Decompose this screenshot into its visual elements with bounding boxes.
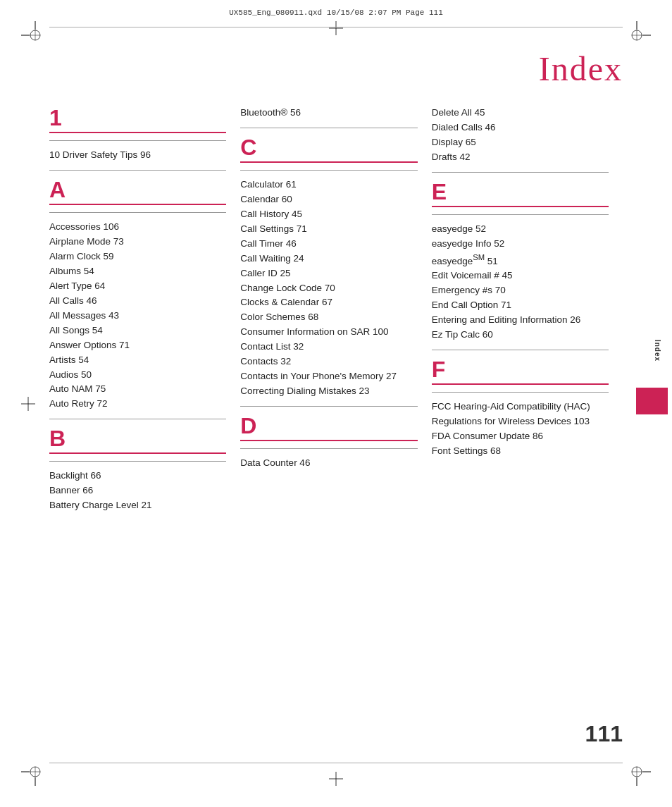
entry-clocks: Clocks & Calendar 67: [240, 295, 417, 310]
entry-fda: FDA Consumer Update 86: [432, 429, 609, 444]
entry-calendar: Calendar 60: [240, 192, 417, 207]
entry-banner: Banner 66: [49, 483, 226, 498]
entry-edit-voicemail: Edit Voicemail # 45: [432, 269, 609, 283]
section-d-continued: Delete All 45 Dialed Calls 46 Display 65…: [432, 106, 609, 165]
entry-font-settings: Font Settings 68: [432, 444, 609, 459]
entry-all-calls: All Calls 46: [49, 294, 226, 309]
section-header-f: F: [432, 357, 609, 385]
index-tab: [636, 388, 668, 414]
section-d: D Data Counter 46: [240, 414, 417, 471]
entry-call-waiting: Call Waiting 24: [240, 252, 417, 266]
column-2: Bluetooth® 56 C Calculator 61 Calendar 6…: [240, 106, 431, 513]
entry-easyedge-sm: easyedgeSM 51: [432, 252, 609, 269]
column-1: 1 10 Driver Safety Tips 96 A Accessories…: [49, 106, 240, 513]
entry-accessories: Accessories 106: [49, 220, 226, 235]
entry-consumer-info: Consumer Information on SAR 100: [240, 325, 417, 340]
entry-answer-options: Answer Options 71: [49, 338, 226, 353]
entry-albums: Albums 54: [49, 264, 226, 279]
entry-contact-list: Contact List 32: [240, 340, 417, 355]
svg-point-17: [632, 767, 642, 777]
entry-artists: Artists 54: [49, 353, 226, 368]
entry-contacts-memory: Contacts in Your Phone's Memory 27: [240, 369, 417, 384]
section-header-c: C: [240, 135, 417, 163]
entry-fcc: FCC Hearing-Aid Compatibility (HAC) Regu…: [432, 400, 609, 429]
section-b-continued: Bluetooth® 56: [240, 106, 417, 121]
section-a: A Accessories 106 Airplane Mode 73 Alarm…: [49, 178, 226, 412]
entry-contacts: Contacts 32: [240, 355, 417, 369]
entry-airplane: Airplane Mode 73: [49, 235, 226, 250]
entry-entering: Entering and Editing Information 26: [432, 313, 609, 328]
entry-call-history: Call History 45: [240, 207, 417, 222]
column-3: Delete All 45 Dialed Calls 46 Display 65…: [432, 106, 623, 513]
top-border: [49, 27, 623, 27]
section-c: C Calculator 61 Calendar 60 Call History…: [240, 135, 417, 399]
entry-all-messages: All Messages 43: [49, 309, 226, 324]
entry-end-call: End Call Option 71: [432, 298, 609, 313]
entry-all-songs: All Songs 54: [49, 324, 226, 338]
entry-battery: Battery Charge Level 21: [49, 498, 226, 513]
svg-point-7: [632, 30, 642, 40]
entry-dialed-calls: Dialed Calls 46: [432, 121, 609, 135]
entry-change-lock: Change Lock Code 70: [240, 281, 417, 296]
entry-audios: Audios 50: [49, 368, 226, 383]
svg-point-12: [30, 767, 40, 777]
bottom-border: [49, 763, 623, 763]
section-b: B Backlight 66 Banner 66 Battery Charge …: [49, 426, 226, 513]
entry-display: Display 65: [432, 135, 609, 150]
entry-easyedge: easyedge 52: [432, 222, 609, 237]
entry-ez-tip: Ez Tip Calc 60: [432, 328, 609, 343]
entry-data-counter: Data Counter 46: [240, 456, 417, 471]
entry-calculator: Calculator 61: [240, 178, 417, 192]
entry-emergency: Emergency #s 70: [432, 283, 609, 298]
section-header-1: 1: [49, 106, 226, 133]
section-header-a: A: [49, 178, 226, 205]
page-title: Index: [49, 49, 623, 88]
index-sidebar-label: Index: [654, 340, 661, 362]
section-e: E easyedge 52 easyedge Info 52 easyedgeS…: [432, 180, 609, 343]
entry-call-timer: Call Timer 46: [240, 237, 417, 252]
entry-delete-all: Delete All 45: [432, 106, 609, 121]
entry-correcting: Correcting Dialing Mistakes 23: [240, 384, 417, 399]
entry-10-driver: 10 Driver Safety Tips 96: [49, 148, 226, 163]
entry-easyedge-info: easyedge Info 52: [432, 237, 609, 252]
svg-point-2: [30, 30, 40, 40]
entry-color-schemes: Color Schemes 68: [240, 310, 417, 325]
entry-alarm: Alarm Clock 59: [49, 250, 226, 264]
entry-bluetooth: Bluetooth® 56: [240, 106, 417, 121]
entry-auto-retry: Auto Retry 72: [49, 397, 226, 412]
section-1: 1 10 Driver Safety Tips 96: [49, 106, 226, 163]
section-header-b: B: [49, 426, 226, 454]
entry-auto-nam: Auto NAM 75: [49, 382, 226, 397]
file-info: UX585_Eng_080911.qxd 10/15/08 2:07 PM Pa…: [229, 8, 443, 17]
entry-alert-type: Alert Type 64: [49, 279, 226, 294]
section-header-d: D: [240, 414, 417, 441]
columns-container: 1 10 Driver Safety Tips 96 A Accessories…: [49, 106, 623, 513]
page-content: Index 1 10 Driver Safety Tips 96 A Acces…: [49, 49, 623, 758]
section-f: F FCC Hearing-Aid Compatibility (HAC) Re…: [432, 357, 609, 459]
entry-backlight: Backlight 66: [49, 469, 226, 483]
page-number: 111: [585, 721, 623, 747]
entry-drafts: Drafts 42: [432, 150, 609, 165]
section-header-e: E: [432, 180, 609, 207]
entry-call-settings: Call Settings 71: [240, 222, 417, 237]
entry-caller-id: Caller ID 25: [240, 266, 417, 281]
